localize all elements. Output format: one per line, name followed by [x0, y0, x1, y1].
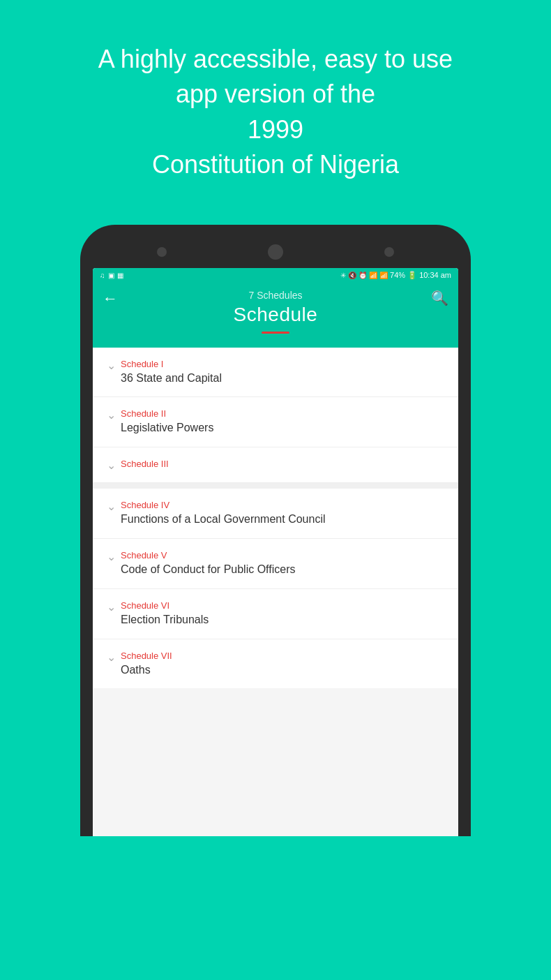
schedule-name-7: Oaths — [121, 663, 447, 678]
phone-sensor — [384, 247, 394, 257]
notification-icon: ▣ — [108, 272, 114, 279]
alarm-icon: ⏰ — [358, 272, 367, 279]
schedule-content-6: Schedule VI Election Tribunals — [121, 600, 447, 628]
clock: 10:34 am — [419, 271, 451, 279]
schedule-label-6: Schedule VI — [121, 600, 447, 611]
schedule-label-3: Schedule III — [121, 459, 447, 469]
chevron-icon-1: ⌄ — [101, 359, 121, 371]
status-right-icons: ✳ 🔇 ⏰ 📶 📶 74% 🔋 10:34 am — [340, 271, 451, 280]
search-button[interactable]: 🔍 — [431, 290, 448, 306]
schedule-label-5: Schedule V — [121, 550, 447, 560]
content-area: ⌄ Schedule I 36 State and Capital ⌄ — [93, 348, 458, 836]
header-underline — [262, 332, 289, 334]
phone-top-bar — [93, 239, 458, 268]
image-icon: ▦ — [117, 272, 123, 279]
header-title: Schedule — [104, 304, 447, 326]
phone-speaker — [268, 244, 283, 260]
schedule-name-5: Code of Conduct for Public Officers — [121, 563, 447, 577]
battery-icon: 🔋 — [407, 271, 417, 280]
battery-percent: 74% — [390, 271, 405, 279]
chevron-icon-4: ⌄ — [101, 500, 121, 512]
schedule-item-7[interactable]: ⌄ Schedule VII Oaths — [93, 639, 458, 689]
app-header: ← 🔍 7 Schedules Schedule — [93, 283, 458, 348]
schedule-content-7: Schedule VII Oaths — [121, 651, 447, 678]
schedule-label-7: Schedule VII — [121, 651, 447, 661]
wifi-icon: 📶 — [369, 272, 377, 279]
schedule-item-1[interactable]: ⌄ Schedule I 36 State and Capital — [93, 348, 458, 398]
spotify-icon: ♫ — [100, 272, 105, 279]
schedule-label-4: Schedule IV — [121, 500, 447, 510]
divider-1 — [93, 483, 458, 489]
schedule-item-3[interactable]: ⌄ Schedule III — [93, 447, 458, 483]
phone-frame: ♫ ▣ ▦ ✳ 🔇 ⏰ 📶 📶 74% 🔋 10:34 am ← — [80, 225, 471, 836]
schedule-content-1: Schedule I 36 State and Capital — [121, 359, 447, 386]
schedule-item-5[interactable]: ⌄ Schedule V Code of Conduct for Public … — [93, 539, 458, 589]
schedule-content-4: Schedule IV Functions of a Local Governm… — [121, 500, 447, 527]
back-button[interactable]: ← — [103, 290, 118, 308]
schedule-item-2[interactable]: ⌄ Schedule II Legislative Powers — [93, 397, 458, 447]
phone-camera — [157, 247, 167, 257]
schedule-item-6[interactable]: ⌄ Schedule VI Election Tribunals — [93, 589, 458, 639]
status-bar: ♫ ▣ ▦ ✳ 🔇 ⏰ 📶 📶 74% 🔋 10:34 am — [93, 268, 458, 283]
schedule-label-1: Schedule I — [121, 359, 447, 369]
schedule-content-2: Schedule II Legislative Powers — [121, 408, 447, 436]
signal-icon: 📶 — [379, 272, 388, 279]
schedule-content-5: Schedule V Code of Conduct for Public Of… — [121, 550, 447, 577]
chevron-icon-7: ⌄ — [101, 651, 121, 663]
schedule-label-2: Schedule II — [121, 408, 447, 419]
schedule-name-2: Legislative Powers — [121, 421, 447, 436]
hero-text: A highly accessible, easy to use app ver… — [66, 42, 485, 183]
header-subtitle: 7 Schedules — [104, 290, 447, 301]
schedule-item-4[interactable]: ⌄ Schedule IV Functions of a Local Gover… — [93, 489, 458, 539]
schedule-name-6: Election Tribunals — [121, 613, 447, 628]
status-left-icons: ♫ ▣ ▦ — [100, 272, 123, 279]
chevron-icon-3: ⌄ — [101, 459, 121, 471]
bluetooth-icon: ✳ — [340, 272, 346, 279]
chevron-icon-6: ⌄ — [101, 600, 121, 613]
phone-screen: ♫ ▣ ▦ ✳ 🔇 ⏰ 📶 📶 74% 🔋 10:34 am ← — [93, 268, 458, 836]
chevron-icon-2: ⌄ — [101, 408, 121, 421]
chevron-icon-5: ⌄ — [101, 550, 121, 563]
phone-mockup: ♫ ▣ ▦ ✳ 🔇 ⏰ 📶 📶 74% 🔋 10:34 am ← — [0, 211, 551, 836]
schedule-name-1: 36 State and Capital — [121, 371, 447, 386]
schedule-name-4: Functions of a Local Government Council — [121, 512, 447, 527]
hero-section: A highly accessible, easy to use app ver… — [0, 0, 551, 211]
schedules-list: ⌄ Schedule I 36 State and Capital ⌄ — [93, 348, 458, 689]
schedule-content-3: Schedule III — [121, 459, 447, 471]
mute-icon: 🔇 — [348, 272, 356, 279]
